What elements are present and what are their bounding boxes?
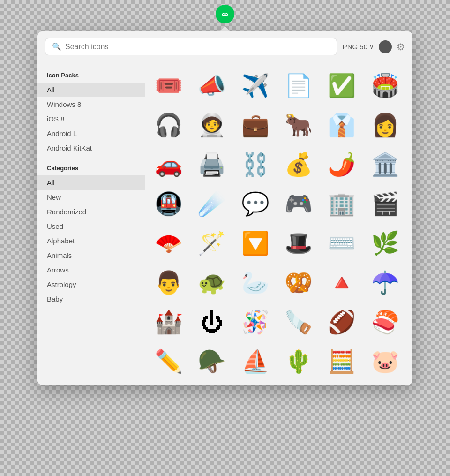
icon-cell[interactable]: 🐢: [193, 264, 231, 302]
icon-cell[interactable]: 🪚: [280, 303, 317, 341]
icon-cell[interactable]: 👨: [150, 264, 188, 302]
icon-cell[interactable]: 🌵: [280, 343, 317, 380]
search-input[interactable]: [65, 43, 330, 51]
icon-cell[interactable]: 🧮: [323, 343, 360, 380]
icon-cell[interactable]: 🪄: [193, 225, 231, 262]
settings-button[interactable]: ⚙: [397, 41, 405, 53]
icon-cell[interactable]: 🎩: [280, 225, 317, 262]
app-icon: ∞: [216, 5, 234, 23]
sidebar-item-randomized[interactable]: Randomized: [38, 204, 145, 219]
icon-cell[interactable]: 💼: [237, 106, 274, 144]
popup-window: 🔍 PNG 50 ∨ ⚙ Icon Packs All Windows 8 iO…: [38, 31, 412, 385]
icon-cell[interactable]: 🔽: [237, 225, 274, 262]
icon-cell[interactable]: 🪖: [193, 343, 231, 380]
icon-cell[interactable]: 📣: [193, 67, 231, 105]
header-right: PNG 50 ∨ ⚙: [343, 40, 405, 53]
icon-cell[interactable]: ⛓️: [237, 146, 274, 183]
icon-cell[interactable]: 🦢: [237, 264, 274, 302]
icon-packs-title: Icon Packs: [38, 70, 145, 83]
icon-cell[interactable]: ✏️: [150, 343, 188, 380]
icon-cell[interactable]: 🎬: [367, 185, 404, 223]
icon-cell[interactable]: 💬: [237, 185, 274, 223]
sidebar-item-all-categories[interactable]: All: [38, 175, 145, 190]
icon-cell[interactable]: 🪭: [150, 225, 188, 262]
icon-cell[interactable]: 🎮: [280, 185, 317, 223]
search-icon: 🔍: [52, 42, 61, 51]
icon-cell[interactable]: 🏰: [150, 303, 188, 341]
sidebar-item-astrology[interactable]: Astrology: [38, 277, 145, 292]
sidebar-divider: [38, 155, 145, 163]
icon-cell[interactable]: 🪅: [237, 303, 274, 341]
icon-cell[interactable]: 🥨: [280, 264, 317, 302]
sidebar-item-used[interactable]: Used: [38, 219, 145, 234]
sidebar-item-androidkitkat[interactable]: Android KitKat: [38, 141, 145, 155]
icons-grid: 🎟️📣✈️📄✅🏟️🎧🧑‍🚀💼🐂👔👩🚗🖨️⛓️💰🌶️🏛️🚇☄️💬🎮🏢🎬🪭🪄🔽🎩⌨️…: [145, 62, 412, 385]
main-content: Icon Packs All Windows 8 iOS 8 Android L…: [38, 62, 412, 385]
icon-cell[interactable]: 🖨️: [193, 146, 231, 183]
icon-cell[interactable]: ☂️: [367, 264, 404, 302]
icon-cell[interactable]: ⛵: [237, 343, 274, 380]
icon-cell[interactable]: 🐷: [367, 343, 404, 380]
sidebar-item-baby[interactable]: Baby: [38, 292, 145, 306]
icon-cell[interactable]: 🌿: [367, 225, 404, 262]
icon-cell[interactable]: ✅: [323, 67, 360, 105]
icon-cell[interactable]: 🧑‍🚀: [193, 106, 231, 144]
icon-cell[interactable]: 🔺: [323, 264, 360, 302]
icon-cell[interactable]: 👔: [323, 106, 360, 144]
icon-cell[interactable]: 💰: [280, 146, 317, 183]
icon-cell[interactable]: 🚗: [150, 146, 188, 183]
icon-cell[interactable]: ⌨️: [323, 225, 360, 262]
icon-cell[interactable]: 🌶️: [323, 146, 360, 183]
sidebar-item-ios8[interactable]: iOS 8: [38, 112, 145, 126]
icon-cell[interactable]: ☄️: [193, 185, 231, 223]
icon-cell[interactable]: 🎧: [150, 106, 188, 144]
sidebar-item-new[interactable]: New: [38, 190, 145, 204]
search-box[interactable]: 🔍: [45, 38, 337, 55]
sidebar: Icon Packs All Windows 8 iOS 8 Android L…: [38, 62, 145, 385]
categories-title: Categories: [38, 163, 145, 175]
icon-cell[interactable]: 🏛️: [367, 146, 404, 183]
icon-cell[interactable]: 🍣: [367, 303, 404, 341]
icon-cell[interactable]: 🐂: [280, 106, 317, 144]
icon-cell[interactable]: ✈️: [237, 67, 274, 105]
sidebar-item-alphabet[interactable]: Alphabet: [38, 234, 145, 248]
icon-cell[interactable]: 👩: [367, 106, 404, 144]
icon-cell[interactable]: 🏟️: [367, 67, 404, 105]
header: 🔍 PNG 50 ∨ ⚙: [38, 31, 412, 62]
icon-cell[interactable]: 🏈: [323, 303, 360, 341]
icon-cell[interactable]: ⏻: [193, 303, 231, 341]
icon-cell[interactable]: 🏢: [323, 185, 360, 223]
chevron-down-icon: ∨: [369, 43, 374, 50]
format-label: PNG 50: [343, 43, 368, 51]
sidebar-item-windows8[interactable]: Windows 8: [38, 97, 145, 112]
icon-cell[interactable]: 📄: [280, 67, 317, 105]
sidebar-item-animals[interactable]: Animals: [38, 248, 145, 263]
sidebar-item-all-packs[interactable]: All: [38, 83, 145, 97]
icon-cell[interactable]: 🎟️: [150, 67, 188, 105]
sidebar-item-arrows[interactable]: Arrows: [38, 263, 145, 277]
format-selector[interactable]: PNG 50 ∨: [343, 43, 374, 51]
sidebar-item-androidl[interactable]: Android L: [38, 126, 145, 141]
icon-cell[interactable]: 🚇: [150, 185, 188, 223]
color-picker-dot[interactable]: [379, 40, 392, 53]
